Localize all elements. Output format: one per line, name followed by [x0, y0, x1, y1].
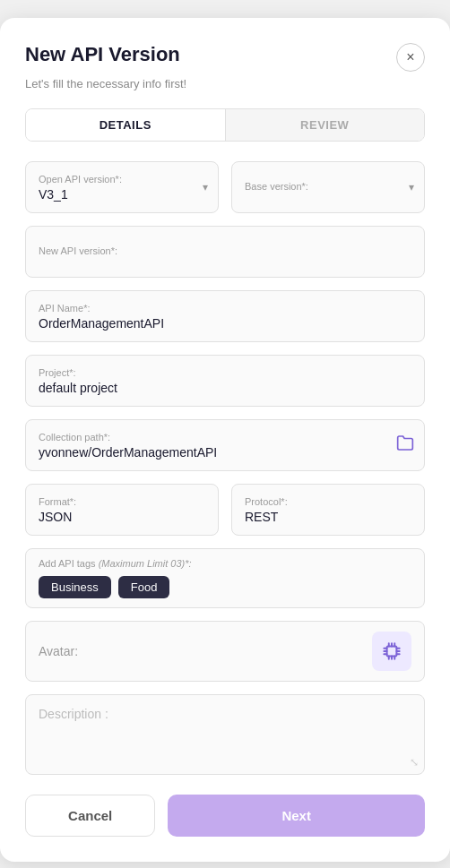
tags-label: Add API tags (Maximum Limit 03)*:: [39, 558, 411, 569]
base-version-label: Base version*:: [245, 181, 411, 192]
protocol-field[interactable]: Protocol*: REST: [231, 484, 425, 536]
api-name-label: API Name*:: [39, 303, 411, 314]
modal-title: New API Version: [25, 43, 180, 66]
new-api-version-field[interactable]: New API version*:: [25, 226, 425, 278]
base-version-group[interactable]: Base version*: ▾: [231, 161, 425, 213]
close-button[interactable]: ×: [396, 43, 425, 72]
tab-details[interactable]: DETAILS: [26, 109, 226, 141]
collection-path-label: Collection path*:: [39, 432, 411, 443]
footer-buttons: Cancel Next: [25, 795, 425, 837]
version-row: Open API version*: V3_1 ▾ Base version*:…: [25, 161, 425, 213]
collection-path-value: yvonnew/OrderManagementAPI: [39, 445, 411, 460]
collection-path-group[interactable]: Collection path*: yvonnew/OrderManagemen…: [25, 419, 425, 471]
avatar-section[interactable]: Avatar:: [25, 621, 425, 682]
protocol-group[interactable]: Protocol*: REST: [231, 484, 425, 536]
format-protocol-row: Format*: JSON Protocol*: REST: [25, 484, 425, 536]
folder-icon: [396, 434, 414, 457]
tag-business[interactable]: Business: [39, 576, 111, 598]
resize-handle: ⤡: [410, 756, 419, 769]
project-label: Project*:: [39, 367, 411, 378]
chip-icon: [380, 640, 403, 663]
format-value: JSON: [39, 510, 205, 524]
open-api-version-group[interactable]: Open API version*: V3_1 ▾: [25, 161, 219, 213]
project-value: default project: [39, 381, 411, 395]
title-group: New API Version: [25, 43, 180, 66]
open-api-version-field[interactable]: Open API version*: V3_1: [25, 161, 219, 213]
collection-path-field[interactable]: Collection path*: yvonnew/OrderManagemen…: [25, 419, 425, 471]
format-group[interactable]: Format*: JSON: [25, 484, 219, 536]
open-api-version-value: V3_1: [39, 187, 205, 202]
project-group[interactable]: Project*: default project: [25, 355, 425, 407]
tag-food[interactable]: Food: [118, 576, 170, 598]
base-version-field[interactable]: Base version*:: [231, 161, 425, 213]
api-name-value: OrderManagementAPI: [39, 316, 411, 331]
cancel-button[interactable]: Cancel: [25, 795, 155, 837]
modal-subtitle: Let's fill the necessary info first!: [25, 77, 425, 90]
description-section[interactable]: Description : ⤡: [25, 694, 425, 775]
base-version-chevron-icon: ▾: [409, 181, 414, 193]
api-name-field[interactable]: API Name*: OrderManagementAPI: [25, 290, 425, 342]
modal-header: New API Version ×: [25, 43, 425, 72]
protocol-label: Protocol*:: [245, 496, 411, 507]
tabs-container: DETAILS REVIEW: [25, 108, 425, 142]
open-api-chevron-icon: ▾: [203, 181, 208, 193]
avatar-icon-box[interactable]: [372, 632, 411, 671]
format-field[interactable]: Format*: JSON: [25, 484, 219, 536]
format-label: Format*:: [39, 496, 205, 507]
open-api-version-label: Open API version*:: [39, 174, 205, 185]
modal: New API Version × Let's fill the necessa…: [0, 18, 450, 862]
tags-section: Add API tags (Maximum Limit 03)*: Busine…: [25, 548, 425, 608]
avatar-label: Avatar:: [39, 644, 78, 658]
protocol-value: REST: [245, 510, 411, 524]
next-button[interactable]: Next: [168, 795, 425, 837]
tags-container: Business Food: [39, 576, 411, 598]
new-api-version-label: New API version*:: [39, 245, 411, 256]
api-name-group[interactable]: API Name*: OrderManagementAPI: [25, 290, 425, 342]
project-field[interactable]: Project*: default project: [25, 355, 425, 407]
description-label: Description :: [39, 707, 108, 721]
new-api-version-group[interactable]: New API version*:: [25, 226, 425, 278]
close-icon: ×: [406, 49, 414, 65]
tab-review[interactable]: REVIEW: [226, 109, 425, 141]
svg-rect-0: [387, 647, 397, 657]
